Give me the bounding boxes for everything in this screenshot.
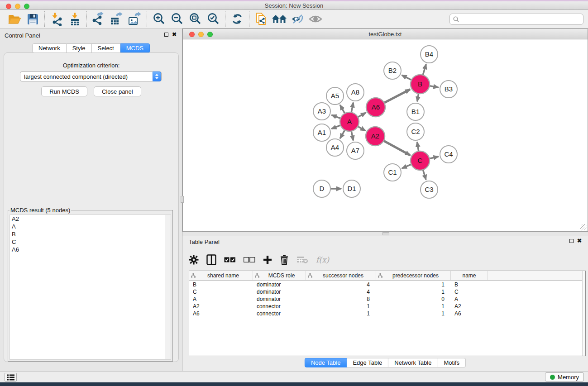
table-row[interactable]: A2connector11A2 [189,303,585,310]
tab-style[interactable]: Style [67,43,92,53]
table-cell[interactable]: 1 [306,303,376,310]
float-panel-icon[interactable] [164,33,168,37]
export-network-icon[interactable] [90,11,108,27]
table-scrollbar[interactable] [582,271,585,356]
select-all-check-icon[interactable] [224,257,236,262]
table-cell[interactable]: 1 [306,310,376,317]
table-cell[interactable]: B [189,281,253,288]
memory-button[interactable]: Memory [545,372,584,381]
optimization-criterion-dropdown[interactable]: largest connected component (directed) [20,71,162,81]
tab-select[interactable]: Select [92,43,120,53]
table-cell[interactable]: 4 [306,281,376,288]
graph-edge-C-C1[interactable] [402,164,411,168]
table-cell[interactable]: C [189,288,253,295]
table-cell[interactable]: 1 [376,281,451,288]
graph-edge-C-C3[interactable] [423,170,426,180]
zoom-in-icon[interactable] [150,11,168,27]
export-table-icon[interactable] [108,11,126,27]
table-cell[interactable]: 4 [306,288,376,295]
delete-column-trash-icon[interactable] [280,254,289,265]
graph-edge-C-C4[interactable] [429,157,438,158]
tab-motifs[interactable]: Motifs [438,358,466,367]
table-cell[interactable]: dominator [253,295,306,303]
table-cell[interactable]: dominator [253,288,306,295]
graph-edge-C-C2[interactable] [417,142,419,152]
graph-edge-A-A1[interactable] [331,125,340,129]
tab-mcds[interactable]: MCDS [120,43,150,53]
graph-edge-B-B1[interactable] [417,94,419,102]
graph-edge-B-B3[interactable] [430,86,439,87]
table-cell[interactable]: 1 [376,310,451,317]
graph-edge-A-A6[interactable] [358,113,366,117]
zoom-selected-icon[interactable] [204,11,222,27]
task-history-button[interactable] [5,373,17,381]
table-cell[interactable]: C [451,288,488,295]
graph-edge-B-B4[interactable] [423,64,426,75]
close-panel-button[interactable]: Close panel [94,86,141,96]
add-column-icon[interactable] [263,255,272,264]
graph-edge-A-A2[interactable] [358,126,365,130]
table-cell[interactable]: A [451,295,488,303]
graph-edge-B-B2[interactable] [402,75,412,80]
result-list-scrollbar[interactable] [165,215,171,359]
show-graphics-details-icon[interactable] [306,11,325,27]
tab-edge-table[interactable]: Edge Table [347,358,388,367]
graph-edge-A-A5[interactable] [340,105,344,114]
horizontal-splitter-handle[interactable] [382,232,389,235]
node-table[interactable]: shared nameMCDS rolesuccessor nodesprede… [189,271,586,356]
close-table-panel-icon[interactable]: ✖ [577,238,582,243]
window-resize-grip[interactable] [580,224,587,230]
table-row[interactable]: A6connector11A6 [189,310,585,317]
table-cell[interactable]: 0 [376,295,451,303]
network-window-titlebar[interactable]: testGlobe.txt [182,29,588,39]
table-row[interactable]: Cdominator41C [189,288,585,295]
import-table-icon[interactable] [66,11,84,27]
graph-edge-A-A3[interactable] [332,115,341,118]
table-row[interactable]: Bdominator41B [189,281,585,288]
search-input[interactable] [461,16,583,23]
save-session-icon[interactable] [24,11,42,27]
result-item[interactable]: A [10,223,171,230]
table-cell[interactable]: 8 [306,295,376,303]
table-row[interactable]: Adominator80A [189,295,585,303]
tab-network[interactable]: Network [32,43,67,53]
table-cell[interactable]: A [189,295,253,303]
hide-graphics-details-icon[interactable] [288,11,306,27]
table-cell[interactable]: dominator [253,281,306,288]
result-item[interactable]: C [10,238,171,246]
close-panel-icon[interactable]: ✖ [172,32,177,37]
graph-edge-A-A4[interactable] [340,130,344,138]
table-cell[interactable]: connector [253,310,306,317]
result-item[interactable]: A6 [10,246,171,253]
zoom-fit-icon[interactable] [186,11,204,27]
column-header-name[interactable]: name [451,271,488,280]
run-mcds-button[interactable]: Run MCDS [41,86,87,96]
zoom-out-icon[interactable] [168,11,186,27]
column-header-successor-nodes[interactable]: successor nodes [306,271,376,280]
vertical-splitter-handle[interactable] [181,196,184,203]
tab-node-table[interactable]: Node Table [305,358,347,367]
table-settings-gear-icon[interactable] [189,255,199,265]
deselect-all-icon[interactable] [244,257,255,262]
duplicate-network-icon[interactable] [252,11,270,27]
graph-edge-A6-B[interactable] [384,90,410,103]
open-session-icon[interactable] [5,11,24,27]
table-cell[interactable]: 1 [376,303,451,310]
result-item[interactable]: A2 [10,215,171,223]
tab-network-table[interactable]: Network Table [388,358,438,367]
toggle-columns-icon[interactable] [206,254,216,265]
table-cell[interactable]: A2 [451,303,488,310]
table-cell[interactable]: connector [253,303,306,310]
toolbar-search-box[interactable] [449,14,583,25]
table-cell[interactable]: 1 [376,288,451,295]
table-cell[interactable]: A6 [189,310,253,317]
refresh-icon[interactable] [228,11,246,27]
float-table-panel-icon[interactable] [569,239,574,243]
graph-edge-A-A8[interactable] [351,103,353,113]
home-view-icon[interactable] [270,11,288,27]
table-cell[interactable]: A6 [451,310,488,317]
import-network-icon[interactable] [48,11,66,27]
network-graph[interactable]: B4B2BB3A5A8A6A3B1AC2A1A2A4A7C4CC1DD1C3 [183,39,588,231]
column-header-predecessor-nodes[interactable]: predecessor nodes [376,271,451,280]
column-header-shared-name[interactable]: shared name [189,271,253,280]
